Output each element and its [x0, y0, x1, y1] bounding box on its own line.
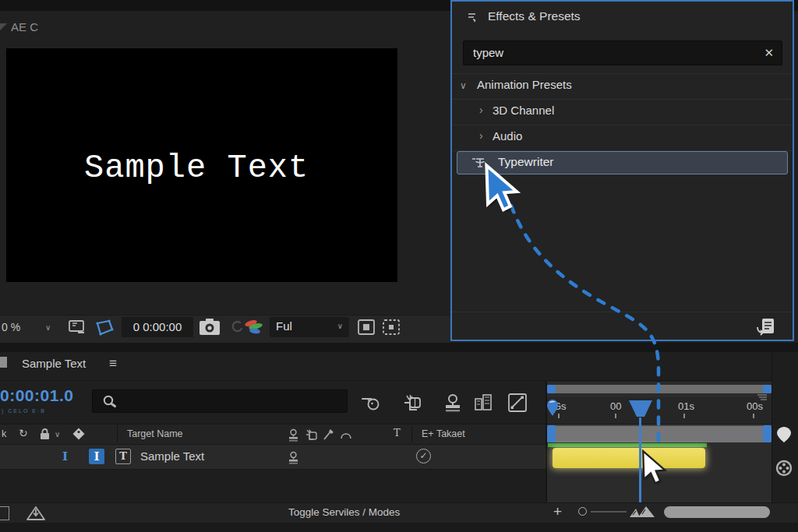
region-of-interest-icon[interactable] [94, 319, 115, 337]
comp-panel-tab[interactable]: AE C [11, 20, 38, 33]
target-region-icon[interactable] [357, 319, 376, 336]
shy-layers-icon[interactable] [360, 392, 382, 414]
tree-item-typewriter-selected[interactable]: Typewriter [457, 151, 788, 174]
magnification-select[interactable]: 0 % [2, 321, 20, 333]
ruler-tick [753, 414, 754, 418]
playhead-line[interactable] [639, 417, 641, 502]
layer-name[interactable]: Sample Text [140, 449, 204, 463]
header-frame-blend-icon[interactable] [305, 428, 318, 441]
layer-duration-bar[interactable] [553, 448, 705, 468]
ruler-label-2: 01s [678, 400, 694, 412]
time-ruler[interactable] [546, 397, 772, 425]
show-snapshot-icon[interactable] [229, 319, 245, 335]
rendered-frames-bar [548, 443, 707, 447]
timeline-bottom-scrollbar[interactable] [664, 506, 770, 518]
layer-enabled-check-icon[interactable]: ✓ [416, 449, 431, 463]
row-divider [452, 99, 793, 100]
mode-column-header[interactable]: E+ Takaet [422, 428, 465, 439]
refresh-loop-icon[interactable]: ↻ [19, 427, 28, 439]
resolution-chevron-icon: ∨ [337, 322, 343, 330]
app-window: AE C Sample Text 0 % ∨ 0 0:00:00 Ful ∨ S… [0, 0, 798, 532]
row-divider [452, 125, 793, 125]
column-divider [117, 425, 118, 442]
header-effects-icon[interactable] [340, 428, 352, 441]
resolution-select[interactable]: Ful ∨ [270, 317, 349, 337]
work-area-bar[interactable] [547, 425, 772, 442]
text-layer-icon[interactable]: I [89, 449, 104, 464]
clear-search-icon[interactable]: ✕ [764, 46, 774, 60]
layer-row[interactable] [0, 445, 546, 469]
frame-blending-icon[interactable] [401, 392, 424, 414]
timeline-zoom-track[interactable] [591, 511, 627, 513]
magnification-chevron-icon[interactable]: ∨ [45, 323, 51, 332]
divider [0, 469, 546, 470]
panel-corner-icon [0, 23, 7, 30]
zoom-mountain-icon[interactable] [628, 506, 656, 518]
header-motion-blur-icon[interactable] [287, 428, 300, 442]
tree-item-audio[interactable]: Audio [493, 129, 522, 143]
show-channel-rgb-icon[interactable] [243, 316, 265, 336]
row-divider [452, 73, 793, 74]
grid-guides-icon[interactable] [67, 319, 87, 337]
chevron-down-icon[interactable]: ∨ [460, 80, 467, 91]
timeline-horizontal-scrollbar[interactable] [547, 385, 772, 393]
work-area-end-handle[interactable] [763, 425, 772, 442]
layer-index: I [62, 449, 68, 463]
toggle-switches-modes-button[interactable]: Toggle Serviles / Modes [288, 506, 400, 518]
viewer-sample-text: Sample Text [84, 150, 309, 187]
chevron-right-icon[interactable]: › [479, 129, 483, 142]
layer-motion-blur-icon[interactable] [287, 450, 300, 464]
effects-search-input[interactable]: typew ✕ [463, 41, 782, 65]
resolution-value: Ful [276, 319, 292, 333]
row-divider [452, 312, 793, 312]
scrollbar-right-cap[interactable] [763, 385, 772, 393]
render-queue-icon[interactable] [25, 505, 47, 522]
divider [0, 444, 546, 445]
marker-icon[interactable] [775, 425, 793, 446]
current-time-display[interactable]: 0:00:01.0 [0, 386, 73, 405]
effects-presets-title[interactable]: Effects & Presets [488, 9, 581, 23]
label-color-icon[interactable] [72, 427, 86, 441]
text-source-badge: T [115, 449, 131, 464]
timeline-tab[interactable]: Sample Text [22, 357, 86, 370]
work-area-start-handle[interactable] [547, 425, 556, 442]
zoom-in-icon[interactable]: + [553, 503, 562, 520]
chevron-right-icon[interactable]: › [479, 104, 483, 116]
lock-chevron-icon[interactable]: ∨ [55, 430, 60, 439]
lock-icon[interactable] [39, 428, 51, 440]
transparency-grid-icon[interactable] [382, 319, 401, 336]
column-header-partial: k [2, 428, 6, 439]
timecode-subtext: ) CELO E·B [2, 408, 46, 414]
snapshot-camera-icon[interactable] [198, 318, 221, 336]
animation-preset-icon [471, 156, 486, 170]
graph-editor-icon[interactable] [507, 392, 530, 414]
effects-search-value: typew [473, 46, 503, 59]
current-time-indicator[interactable] [628, 400, 653, 418]
motion-blur-icon[interactable] [441, 392, 464, 414]
ruler-label-3: 00s [747, 400, 763, 412]
layer-name-column-header[interactable]: Target Name [127, 428, 183, 439]
divider [0, 380, 798, 381]
comp-marker-bin-icon[interactable] [757, 393, 768, 401]
header-quality-icon[interactable] [323, 428, 335, 441]
tree-group-animation-presets[interactable]: Animation Presets [477, 78, 572, 91]
navigator-pin-icon[interactable] [545, 398, 560, 425]
timeline-zoom-slider[interactable] [578, 507, 587, 516]
auto-keyframe-icon[interactable] [472, 392, 494, 414]
timeline-search-input[interactable] [92, 389, 348, 413]
scrollbar-left-cap[interactable] [547, 385, 556, 393]
panel-tab-icon[interactable] [466, 12, 478, 24]
preview-timecode[interactable]: 0 0:00:00 [122, 317, 193, 337]
divider [0, 424, 798, 425]
panel-divider [0, 343, 798, 352]
film-reel-icon[interactable] [775, 460, 793, 477]
partial-icon[interactable] [0, 506, 9, 520]
window-bottom-strip [0, 523, 798, 532]
tree-item-3d-channel[interactable]: 3D Channel [493, 104, 554, 117]
timeline-panel-menu-icon[interactable]: ≡ [109, 356, 117, 372]
ruler-tick [615, 414, 616, 418]
ruler-tick [683, 414, 685, 418]
empty-layer-area [0, 469, 546, 502]
new-preset-icon[interactable] [756, 316, 776, 336]
type-column-header[interactable]: T [394, 427, 401, 439]
